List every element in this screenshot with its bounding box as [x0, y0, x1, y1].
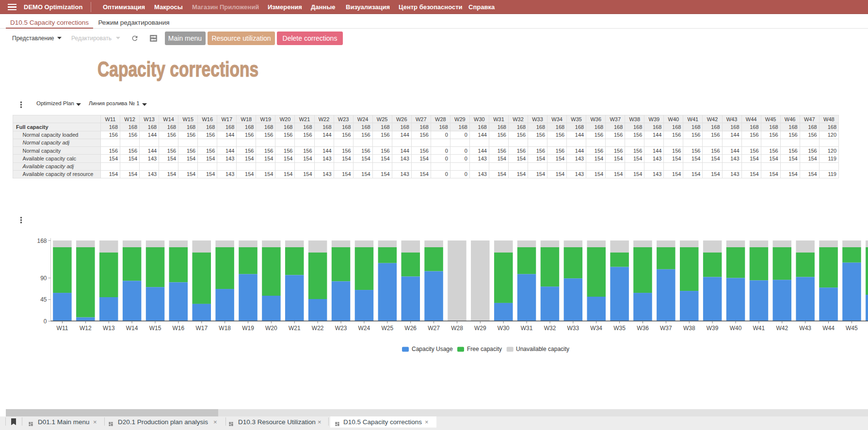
svg-text:W39: W39 [707, 325, 719, 332]
svg-text:W18: W18 [219, 325, 231, 332]
svg-text:W32: W32 [544, 325, 556, 332]
svg-text:W13: W13 [103, 325, 115, 332]
svg-text:W28: W28 [451, 325, 463, 332]
svg-text:Free capacity: Free capacity [467, 346, 502, 352]
svg-text:W21: W21 [289, 325, 301, 332]
svg-text:45: 45 [40, 296, 47, 303]
svg-text:W23: W23 [335, 325, 347, 332]
svg-text:W30: W30 [498, 325, 510, 332]
svg-text:W27: W27 [428, 325, 440, 332]
svg-text:W42: W42 [776, 325, 788, 332]
svg-text:W38: W38 [683, 325, 695, 332]
svg-text:168: 168 [37, 238, 47, 244]
svg-text:W36: W36 [637, 325, 649, 332]
svg-text:W44: W44 [822, 325, 835, 332]
svg-text:W12: W12 [80, 325, 92, 332]
svg-text:W40: W40 [730, 325, 742, 332]
svg-text:W20: W20 [265, 325, 277, 332]
svg-text:W24: W24 [358, 325, 370, 332]
svg-text:W16: W16 [173, 325, 185, 332]
svg-text:W31: W31 [521, 325, 533, 332]
svg-text:W35: W35 [613, 325, 626, 332]
svg-text:Unavailable capacity: Unavailable capacity [516, 346, 569, 352]
svg-text:W19: W19 [242, 325, 254, 332]
svg-text:0: 0 [44, 318, 47, 325]
svg-text:W17: W17 [195, 325, 208, 332]
svg-text:W37: W37 [660, 325, 672, 332]
svg-text:W25: W25 [381, 325, 393, 332]
svg-text:Capacity Usage: Capacity Usage [412, 346, 453, 352]
svg-text:W15: W15 [149, 325, 161, 332]
svg-text:W41: W41 [753, 325, 765, 332]
svg-text:W33: W33 [567, 325, 579, 332]
svg-text:W26: W26 [404, 325, 417, 332]
svg-text:W45: W45 [846, 325, 858, 332]
svg-text:90: 90 [40, 275, 47, 282]
svg-text:W43: W43 [799, 325, 811, 332]
svg-text:W22: W22 [312, 325, 324, 332]
svg-text:W34: W34 [590, 325, 602, 332]
svg-text:W14: W14 [126, 325, 138, 332]
svg-text:W11: W11 [57, 325, 68, 332]
svg-text:W29: W29 [474, 325, 486, 332]
